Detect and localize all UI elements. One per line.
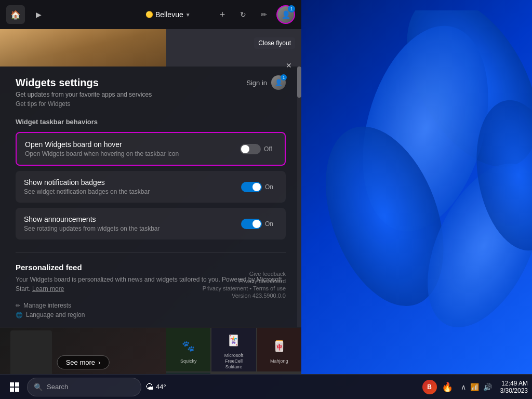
browser-logo: B xyxy=(427,383,432,391)
mahjong-icon: 🀄 xyxy=(269,336,289,356)
announcements-setting-info: Show announcements See rotating updates … xyxy=(24,215,241,232)
badges-setting-row: Show notification badges See widget noti… xyxy=(16,171,286,203)
widget-cards-strip: See more › 🐾 Squicky 🃏 MicrosoftFreeCell… xyxy=(0,327,301,374)
weather-temperature: 44° xyxy=(156,383,166,391)
hover-setting-desc: Open Widgets board when hovering on the … xyxy=(25,150,240,157)
version-text: Version 423.5900.0.0 xyxy=(232,292,286,299)
wifi-icon[interactable]: 📶 xyxy=(469,382,480,392)
freecell-label: MicrosoftFreeCellSolitaire xyxy=(224,353,244,369)
svg-rect-7 xyxy=(10,388,14,392)
svg-rect-8 xyxy=(15,388,19,392)
personalized-feed-section: Personalized feed Your Widgets board is … xyxy=(16,252,286,325)
firefox-icon[interactable]: 🔥 xyxy=(440,380,455,394)
add-widget-button[interactable]: + xyxy=(214,6,231,23)
squicky-card[interactable]: 🐾 Squicky xyxy=(166,328,210,371)
system-clock[interactable]: 12:49 AM 3/30/2023 xyxy=(500,380,528,394)
weather-icon: 🌤 xyxy=(145,382,154,392)
close-settings-button[interactable]: ✕ xyxy=(282,58,296,73)
tips-link[interactable]: Get tips for Widgets xyxy=(16,100,286,108)
clock-date: 3/30/2023 xyxy=(500,387,528,394)
system-tray: ∧ 📶 🔊 xyxy=(460,382,493,392)
scroll-track xyxy=(297,66,301,327)
mini-cards-grid: 🐾 Squicky 🃏 MicrosoftFreeCellSolitaire 🀄… xyxy=(166,328,301,374)
settings-subtitle: Get updates from your favorite apps and … xyxy=(16,91,286,98)
announcements-setting-control: On xyxy=(241,219,277,229)
language-region-icon: 🌐 xyxy=(16,312,23,318)
feed-right-links: Give feedback Privacy dashboard Privacy … xyxy=(203,271,286,325)
announcements-toggle-label: On xyxy=(265,220,277,228)
section-heading: Widget taskbar behaviors xyxy=(16,118,286,126)
freecell-card[interactable]: 🃏 MicrosoftFreeCellSolitaire xyxy=(211,328,256,371)
hover-toggle-label: Off xyxy=(264,145,276,153)
weather-widget[interactable]: 🌤 44° xyxy=(145,382,166,392)
language-region-link[interactable]: 🌐 Language and region xyxy=(16,311,85,318)
taskbar-right-area: B 🔥 ∧ 📶 🔊 12:49 AM 3/30/2023 xyxy=(422,380,528,394)
settings-scroll-area[interactable]: Widgets settings Get updates from your f… xyxy=(0,66,301,327)
player-silhouette xyxy=(10,330,52,374)
widget-card-sports[interactable]: See more › xyxy=(0,328,166,374)
see-more-label: See more xyxy=(66,358,95,366)
taskbar-search-bar[interactable]: 🔍 Search xyxy=(27,378,141,396)
hover-toggle-knob xyxy=(241,145,249,153)
sign-in-label: Sign in xyxy=(246,79,267,87)
scroll-thumb[interactable] xyxy=(297,66,301,98)
taskbar: 🔍 Search 🌤 44° B 🔥 ∧ 📶 🔊 12:49 AM 3/30/2… xyxy=(0,374,532,399)
hover-toggle[interactable] xyxy=(240,144,261,154)
squicky-label: Squicky xyxy=(180,358,197,364)
give-feedback-link[interactable]: Give feedback xyxy=(249,271,286,277)
privacy-terms-link[interactable]: Privacy statement • Terms of use xyxy=(203,285,286,291)
sign-in-badge: 1 xyxy=(281,74,287,81)
settings-title: Widgets settings xyxy=(16,77,286,89)
learn-more-link[interactable]: Learn more xyxy=(32,285,64,292)
user-avatar[interactable]: 👤 1 xyxy=(276,5,295,24)
mahjong-label: Mahjong xyxy=(270,358,288,364)
manage-interests-link[interactable]: ✏ Manage interests xyxy=(16,302,85,309)
badges-toggle-label: On xyxy=(265,183,277,191)
badges-toggle-knob xyxy=(252,183,261,191)
see-more-button[interactable]: See more › xyxy=(57,355,110,369)
tray-arrow-icon[interactable]: ∧ xyxy=(460,382,467,392)
settings-content: Widgets settings Get updates from your f… xyxy=(0,66,301,327)
badges-setting-info: Show notification badges See widget noti… xyxy=(24,178,241,195)
hover-setting-row: Open Widgets board on hover Open Widgets… xyxy=(16,132,286,166)
privacy-dashboard-link[interactable]: Privacy dashboard xyxy=(238,278,286,284)
mahjong-card[interactable]: 🀄 Mahjong xyxy=(257,328,301,371)
language-region-label: Language and region xyxy=(26,311,85,318)
home-button[interactable]: 🏠 xyxy=(6,5,25,24)
start-button[interactable] xyxy=(4,377,25,397)
freecell-icon: 🃏 xyxy=(223,330,244,351)
see-more-chevron-icon: › xyxy=(98,358,100,366)
announcements-setting-label: Show announcements xyxy=(24,215,241,223)
announcements-setting-desc: See rotating updates from widgets on the… xyxy=(24,225,241,232)
sign-in-avatar: 👤 1 xyxy=(271,75,286,90)
clock-time: 12:49 AM xyxy=(501,380,528,387)
hover-setting-label: Open Widgets board on hover xyxy=(25,140,240,149)
play-button[interactable]: ▶ xyxy=(29,5,48,24)
widgets-topbar: 🏠 ▶ 🟡 Bellevue ▼ + ↻ ✏ 👤 1 xyxy=(0,0,301,29)
volume-icon[interactable]: 🔊 xyxy=(482,382,493,392)
windows-start-icon xyxy=(9,382,20,392)
hover-setting-control: Off xyxy=(240,144,276,154)
widgets-panel: 🏠 ▶ 🟡 Bellevue ▼ + ↻ ✏ 👤 1 Close flyout … xyxy=(0,0,301,374)
refresh-button[interactable]: ↻ xyxy=(235,6,251,23)
badges-setting-desc: See widget notification badges on the ta… xyxy=(24,188,241,195)
location-selector[interactable]: 🟡 Bellevue ▼ xyxy=(145,10,191,19)
search-icon: 🔍 xyxy=(34,383,43,391)
widget-image-left xyxy=(0,29,166,66)
edit-button[interactable]: ✏ xyxy=(256,6,272,23)
search-placeholder-text: Search xyxy=(47,383,68,391)
announcements-toggle[interactable] xyxy=(241,219,262,229)
badges-setting-label: Show notification badges xyxy=(24,178,241,187)
badges-toggle[interactable] xyxy=(241,182,262,192)
squicky-icon: 🐾 xyxy=(178,336,199,356)
sign-in-button[interactable]: Sign in 👤 1 xyxy=(246,75,286,90)
location-chevron-icon: ▼ xyxy=(185,12,191,18)
feed-links-row: ✏ Manage interests 🌐 Language and region… xyxy=(16,302,286,325)
announcements-setting-row: Show announcements See rotating updates … xyxy=(16,208,286,240)
close-flyout-tooltip: Close flyout xyxy=(254,37,295,49)
announcements-toggle-knob xyxy=(252,220,261,228)
brave-browser-icon[interactable]: B xyxy=(422,380,437,394)
avatar-notification-badge: 1 xyxy=(288,5,295,12)
manage-interests-icon: ✏ xyxy=(16,302,20,309)
badges-setting-control: On xyxy=(241,182,277,192)
